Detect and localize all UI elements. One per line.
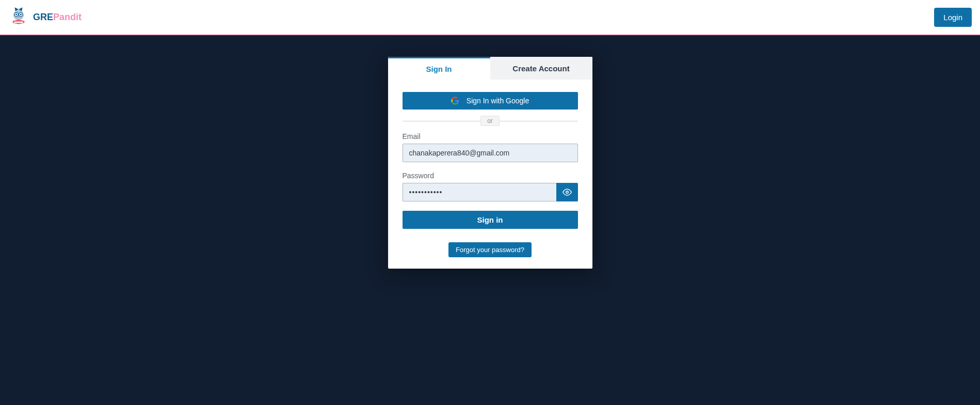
- google-icon: [451, 97, 459, 105]
- svg-point-3: [15, 13, 17, 15]
- google-signin-label: Sign In with Google: [467, 97, 529, 105]
- brand-name: GREPandit: [33, 12, 82, 23]
- google-signin-button[interactable]: Sign In with Google: [403, 92, 578, 110]
- tab-create-account[interactable]: Create Account: [490, 57, 592, 80]
- email-field[interactable]: [403, 144, 578, 162]
- eye-icon: [563, 188, 572, 197]
- forgot-wrap: Forgot your password?: [403, 242, 578, 257]
- password-field[interactable]: [403, 183, 556, 201]
- divider: or: [403, 116, 578, 126]
- logo-area[interactable]: GREPandit: [8, 7, 82, 27]
- divider-text: or: [480, 116, 500, 126]
- svg-rect-5: [14, 22, 23, 23]
- auth-tabs: Sign In Create Account: [388, 57, 592, 80]
- password-label: Password: [403, 172, 578, 180]
- toggle-password-visibility-button[interactable]: [556, 183, 578, 201]
- brand-prefix: GRE: [33, 12, 53, 22]
- signin-button[interactable]: Sign in: [403, 211, 578, 229]
- login-button[interactable]: Login: [934, 8, 972, 27]
- svg-point-4: [20, 13, 22, 15]
- email-group: Email: [403, 132, 578, 162]
- auth-card: Sign In Create Account Sign In with Goog…: [388, 57, 592, 269]
- email-label: Email: [403, 132, 578, 141]
- divider-line-right: [500, 121, 578, 121]
- forgot-password-button[interactable]: Forgot your password?: [448, 242, 532, 257]
- card-body: Sign In with Google or Email Password: [388, 80, 592, 269]
- divider-line-left: [403, 121, 481, 121]
- owl-logo-icon: [8, 7, 29, 27]
- password-row: [403, 183, 578, 201]
- brand-suffix: Pandit: [53, 12, 82, 22]
- password-group: Password: [403, 172, 578, 201]
- header: GREPandit Login: [0, 0, 980, 35]
- tab-signin[interactable]: Sign In: [388, 57, 490, 80]
- main-area: Sign In Create Account Sign In with Goog…: [0, 35, 980, 269]
- svg-point-6: [566, 191, 568, 194]
